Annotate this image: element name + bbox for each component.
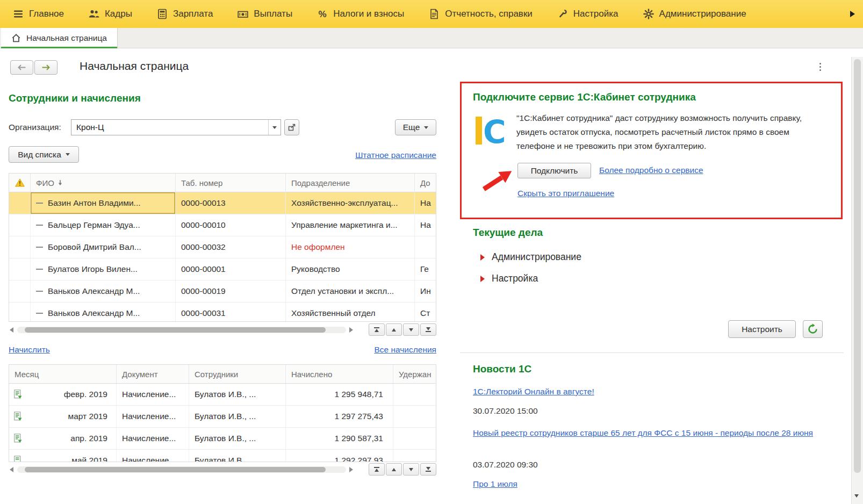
scroll-down-icon[interactable] (854, 494, 859, 498)
vertical-scrollbar[interactable] (851, 57, 863, 504)
arrow-left-icon (17, 64, 26, 71)
news-item-link[interactable]: 1С:Лекторий Онлайн в августе! (473, 387, 594, 397)
service-details-link[interactable]: Более подробно о сервисе (599, 165, 703, 175)
staffing-schedule-link[interactable]: Штатное расписание (355, 150, 436, 160)
todo-item-settings[interactable]: Настройка (480, 273, 538, 284)
employee-state-icon (36, 203, 43, 204)
wrench-icon (557, 9, 568, 19)
fio-column-header[interactable]: ФИО (31, 174, 176, 192)
refresh-button[interactable] (803, 320, 823, 338)
column-label: До (420, 178, 430, 188)
scroll-right-icon[interactable] (349, 327, 353, 333)
table-row[interactable]: Ваньков Александр М... 0000-00031 Хозяйс… (9, 303, 436, 322)
warning-column-header[interactable] (9, 174, 31, 192)
table-row[interactable]: апр. 2019 Начисление... Булатов И.В., ..… (9, 428, 436, 450)
go-first-row-button[interactable] (369, 463, 385, 476)
scroll-right-icon[interactable] (349, 467, 353, 472)
row-up-button[interactable] (386, 323, 402, 336)
menu-item-otchetnost[interactable]: Отчетность, справки (429, 0, 557, 28)
go-last-row-button[interactable] (420, 323, 436, 336)
table-row[interactable]: Бальцер Герман Эдуа... 0000-00010 Управл… (9, 214, 436, 236)
accrued-column-header[interactable]: Начислено (286, 365, 393, 383)
withheld-column-header[interactable]: Удержан (393, 365, 436, 383)
chevron-down-icon (272, 126, 277, 129)
table-row[interactable]: Базин Антон Владими... 0000-00013 Хозяйс… (9, 192, 436, 214)
table-row[interactable]: Боровой Дмитрий Вал... 0000-00032 Не офо… (9, 236, 436, 258)
scrollbar-thumb[interactable] (25, 467, 326, 472)
accrue-link[interactable]: Начислить (9, 345, 50, 355)
list-view-button[interactable]: Вид списка (9, 146, 79, 163)
go-first-row-button[interactable] (369, 323, 385, 336)
month-column-header[interactable]: Месяц (9, 365, 117, 383)
todo-item-label: Настройка (492, 273, 538, 284)
svg-text:C: C (483, 114, 506, 148)
employees-column-header[interactable]: Сотрудники (189, 365, 286, 383)
employee-name: Ваньков Александр М... (48, 286, 140, 296)
annotation-arrow-icon (480, 165, 517, 194)
back-button[interactable] (10, 60, 33, 75)
tab-number-column-header[interactable]: Таб. номер (176, 174, 286, 192)
news-item-link[interactable]: Про 1 июля (473, 479, 517, 489)
more-actions-icon[interactable] (818, 61, 823, 73)
menu-item-vyplaty[interactable]: Выплаты (238, 0, 317, 28)
menu-item-label: Кадры (105, 9, 132, 19)
all-accruals-link[interactable]: Все начисления (374, 345, 436, 355)
dropdown-button[interactable] (268, 120, 281, 135)
todo-item-administration[interactable]: Администрирование (480, 251, 581, 263)
tab-label: Начальная страница (26, 33, 107, 43)
department-column-header[interactable]: Подразделение (286, 174, 415, 192)
table-row[interactable]: Булатов Игорь Вилен... 0000-00001 Руково… (9, 258, 436, 280)
scrollbar-thumb[interactable] (854, 59, 861, 473)
hide-invitation-link[interactable]: Скрыть это приглашение (517, 189, 614, 198)
menu-item-label: Отчетность, справки (445, 9, 533, 19)
scrollbar-track[interactable] (17, 466, 346, 473)
menu-item-zarplata[interactable]: Зарплата (157, 0, 238, 28)
document-column-header[interactable]: Документ (117, 365, 189, 383)
employee-state-icon (36, 225, 43, 226)
position-column-header[interactable]: До (415, 174, 436, 192)
forward-button[interactable] (34, 60, 57, 75)
list-nav-buttons (369, 463, 436, 476)
employee-name: Булатов Игорь Вилен... (48, 264, 138, 274)
connect-button[interactable]: Подключить (517, 163, 591, 178)
employee-department: Руководство (286, 258, 415, 280)
configure-button-label: Настроить (742, 325, 782, 334)
accrual-employees: Булатов И.В., ... (189, 428, 286, 449)
scrollbar-thumb[interactable] (25, 327, 326, 333)
news-item-link[interactable]: Новый реестр сотрудников старше 65 лет д… (473, 426, 836, 440)
row-down-button[interactable] (403, 323, 419, 336)
scrollbar-track[interactable] (17, 327, 346, 333)
more-button[interactable]: Еще (395, 119, 436, 135)
menu-item-kadry[interactable]: Кадры (89, 0, 157, 28)
menu-overflow-button[interactable] (848, 9, 857, 19)
table-row[interactable]: февр. 2019 Начисление... Булатов И.В., .… (9, 384, 436, 406)
menu-item-nalogi[interactable]: % Налоги и взносы (317, 0, 429, 28)
go-last-row-button[interactable] (420, 463, 436, 476)
tab-home-page[interactable]: Начальная страница (1, 28, 118, 48)
configure-button[interactable]: Настроить (728, 320, 796, 338)
report-icon (429, 9, 440, 19)
calculator-icon (157, 9, 168, 19)
scroll-left-icon[interactable] (10, 467, 13, 472)
menu-item-main[interactable]: Главное (13, 0, 89, 28)
row-down-button[interactable] (403, 463, 419, 476)
menu-item-label: Настройка (573, 9, 619, 19)
1c-cabinet-logo: C (476, 113, 507, 148)
table-row[interactable]: Ваньков Александр М... 0000-00019 Отдел … (9, 280, 436, 303)
scroll-left-icon[interactable] (10, 327, 13, 333)
employee-position: Ин (415, 280, 436, 302)
row-up-button[interactable] (386, 463, 402, 476)
employee-name: Ваньков Александр М... (48, 308, 140, 318)
menu-item-administrirovanie[interactable]: Администрирование (643, 0, 771, 28)
table-row[interactable]: май 2019 Начисление... Булатов И.В... 1 … (9, 450, 436, 462)
table-row[interactable]: март 2019 Начисление... Булатов И.В., ..… (9, 406, 436, 428)
horizontal-scrollbar (9, 323, 436, 336)
organization-open-button[interactable] (284, 119, 299, 135)
news-item-date: 03.07.2020 09:30 (473, 460, 538, 470)
accrual-document: Начисление... (117, 384, 189, 405)
chevron-down-icon (66, 153, 70, 156)
organization-combobox[interactable]: Крон-Ц (71, 119, 281, 135)
connect-button-label: Подключить (531, 166, 578, 176)
section-divider (460, 352, 844, 353)
menu-item-nastroika[interactable]: Настройка (557, 0, 643, 28)
